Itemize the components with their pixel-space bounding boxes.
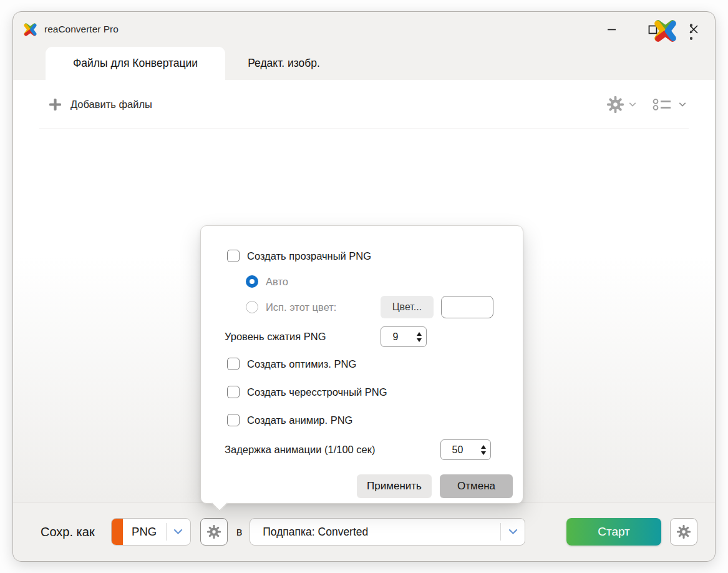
kebab-menu-button[interactable] bbox=[686, 21, 696, 43]
spinner-arrows[interactable] bbox=[412, 327, 426, 346]
chevron-down-icon bbox=[173, 529, 183, 535]
tab-label: Файлы для Конвертации bbox=[73, 57, 198, 70]
format-dropdown-chevron[interactable] bbox=[167, 529, 190, 535]
chevron-down-icon bbox=[508, 529, 518, 535]
in-label: в bbox=[236, 526, 243, 539]
transparent-png-label: Создать прозрачный PNG bbox=[247, 250, 371, 262]
app-logo-icon bbox=[22, 21, 39, 38]
interlaced-png-label: Создать чересстрочный PNG bbox=[247, 386, 387, 398]
save-as-label: Сохр. как bbox=[41, 525, 95, 539]
gear-icon bbox=[677, 525, 691, 539]
compression-spinner[interactable]: 9 bbox=[381, 326, 427, 347]
transparent-png-option: Создать прозрачный PNG bbox=[227, 250, 371, 262]
minimize-button[interactable] bbox=[605, 23, 618, 36]
use-color-label: Исп. этот цвет: bbox=[266, 301, 336, 313]
animated-png-label: Создать анимир. PNG bbox=[247, 414, 352, 426]
brand-logo-icon bbox=[651, 16, 680, 46]
compression-row: Уровень сжатия PNG bbox=[225, 331, 326, 343]
cancel-button[interactable]: Отмена bbox=[440, 474, 513, 498]
optimized-png-checkbox[interactable] bbox=[227, 358, 240, 370]
auto-option: Авто bbox=[246, 275, 288, 288]
gear-icon bbox=[207, 525, 221, 539]
titlebar: reaConverter Pro bbox=[13, 12, 715, 47]
app-title: reaConverter Pro bbox=[44, 24, 119, 35]
optimized-png-option: Создать оптимиз. PNG bbox=[227, 358, 356, 370]
png-options-popup: Создать прозрачный PNG Авто Исп. этот цв… bbox=[200, 225, 523, 504]
list-view-button[interactable] bbox=[653, 97, 686, 112]
color-swatch[interactable] bbox=[441, 296, 493, 318]
use-color-radio[interactable] bbox=[246, 301, 258, 313]
format-settings-button[interactable] bbox=[200, 518, 228, 546]
tab-files-for-conversion[interactable]: Файлы для Конвертации bbox=[46, 47, 225, 80]
compression-value: 9 bbox=[381, 331, 412, 343]
auto-label: Авто bbox=[266, 276, 288, 288]
apply-button[interactable]: Применить bbox=[357, 474, 432, 498]
delay-value: 50 bbox=[441, 444, 477, 456]
delay-spinner[interactable]: 50 bbox=[440, 439, 491, 460]
add-files-button[interactable]: Добавить файлы bbox=[49, 99, 152, 110]
app-window: reaConverter Pro Файлы для Конвертации Р… bbox=[12, 11, 716, 562]
start-button[interactable]: Старт bbox=[566, 518, 661, 546]
view-settings-button[interactable] bbox=[607, 96, 636, 113]
compression-label: Уровень сжатия PNG bbox=[225, 331, 326, 343]
spinner-arrows[interactable] bbox=[477, 440, 490, 459]
destination-select[interactable]: Подпапка: Converted bbox=[250, 518, 525, 546]
delay-label: Задержка анимации (1/100 сек) bbox=[225, 444, 376, 456]
auto-radio[interactable] bbox=[246, 275, 258, 288]
chevron-down-icon bbox=[629, 102, 636, 107]
toolbar: Добавить файлы bbox=[39, 80, 689, 129]
format-color-strip bbox=[112, 519, 123, 545]
animated-png-checkbox[interactable] bbox=[227, 414, 240, 426]
tab-label: Редакт. изобр. bbox=[248, 57, 320, 70]
list-view-icon bbox=[653, 97, 674, 112]
start-settings-button[interactable] bbox=[670, 518, 697, 546]
chevron-down-icon bbox=[679, 102, 686, 107]
interlaced-png-option: Создать чересстрочный PNG bbox=[227, 386, 387, 398]
minimize-icon bbox=[607, 25, 616, 34]
output-format-select[interactable]: PNG bbox=[111, 518, 191, 546]
delay-row: Задержка анимации (1/100 сек) bbox=[225, 444, 376, 456]
optimized-png-label: Создать оптимиз. PNG bbox=[247, 358, 356, 370]
destination-value: Подпапка: Converted bbox=[250, 526, 500, 539]
bottom-bar: Сохр. как PNG в Подпапка: Converted Стар… bbox=[13, 502, 715, 561]
toolbar-right-icons bbox=[607, 96, 686, 113]
tab-edit-images[interactable]: Редакт. изобр. bbox=[225, 47, 340, 80]
gear-icon bbox=[607, 96, 624, 113]
transparent-png-checkbox[interactable] bbox=[227, 250, 240, 262]
interlaced-png-checkbox[interactable] bbox=[227, 386, 240, 398]
plus-icon bbox=[49, 99, 61, 110]
use-color-option: Исп. этот цвет: bbox=[246, 301, 336, 313]
add-files-label: Добавить файлы bbox=[70, 99, 152, 110]
tab-bar: Файлы для Конвертации Редакт. изобр. bbox=[13, 47, 715, 80]
destination-dropdown-chevron[interactable] bbox=[501, 529, 525, 535]
animated-png-option: Создать анимир. PNG bbox=[227, 414, 352, 426]
color-picker-button[interactable]: Цвет... bbox=[381, 296, 434, 318]
